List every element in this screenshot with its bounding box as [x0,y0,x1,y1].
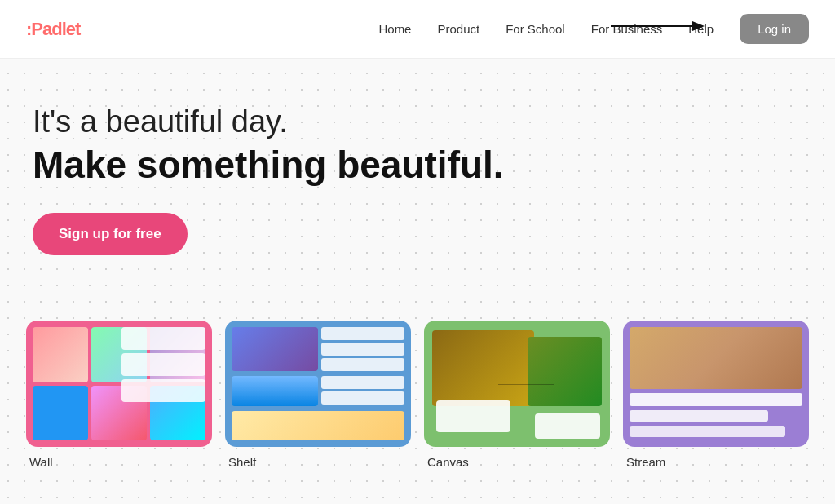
signup-button[interactable]: Sign up for free [33,213,188,255]
shelf-image-3 [232,411,404,441]
navbar: :Padlet Home Product For School For Busi… [0,0,835,59]
canvas-note-2 [535,413,600,439]
shelf-card-1 [321,327,404,340]
card-stream-label: Stream [623,455,665,469]
shelf-card-4 [321,376,404,389]
cards-row: Wall [0,321,835,469]
card-shelf-label: Shelf [225,455,256,469]
nav-product[interactable]: Product [437,22,479,36]
shelf-card-3 [321,358,404,371]
wall-posts-overlay [121,327,205,440]
hero-section: It's a beautiful day. Make something bea… [0,59,835,314]
nav-for-school[interactable]: For School [506,22,565,36]
card-canvas-label: Canvas [424,455,469,469]
canvas-image-2 [528,337,602,406]
shelf-card-2 [321,343,404,356]
canvas-image-1 [432,330,534,406]
shelf-image-2 [232,376,318,406]
logo[interactable]: :Padlet [26,19,80,40]
stream-post-1 [630,393,802,406]
card-stream-thumbnail[interactable] [623,321,809,447]
card-wall-item: Wall [26,321,212,469]
logo-text: :Padlet [26,19,80,39]
canvas-note-1 [436,400,510,432]
hero-subtitle: It's a beautiful day. [33,104,802,139]
stream-post-2 [630,410,768,422]
nav-home[interactable]: Home [378,22,411,36]
svg-marker-1 [692,21,705,31]
card-shelf-thumbnail[interactable] [225,321,411,447]
card-shelf-item: Shelf [225,321,411,469]
arrow-icon [611,10,709,42]
card-stream-item: Stream [623,321,809,469]
card-canvas-thumbnail[interactable] [424,321,610,447]
stream-post-3 [630,426,785,437]
stream-image [630,327,802,389]
login-button[interactable]: Log in [740,14,809,44]
shelf-image-1 [232,327,318,371]
canvas-connector-line [498,384,554,385]
card-canvas-item: Canvas [424,321,610,469]
card-wall-thumbnail[interactable] [26,321,212,447]
card-wall-label: Wall [26,455,53,469]
hero-title: Make something beautiful. [33,143,802,187]
shelf-card-5 [321,391,404,405]
